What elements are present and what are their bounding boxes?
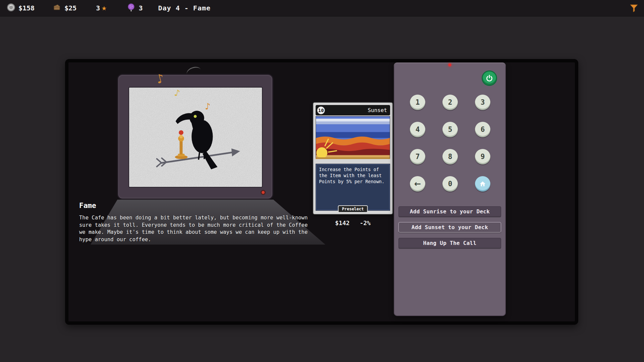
game-screen: $158 $25 3 ★ xyxy=(0,0,644,362)
sunset-art xyxy=(316,116,390,157)
add-sunset-button[interactable]: Add Sunset to your Deck xyxy=(398,222,501,232)
remote-control: 1 2 3 4 5 6 7 8 9 ← 0 Add Sunrise to you… xyxy=(394,62,506,316)
event-description: The Cafe has been doing a bit better lat… xyxy=(79,214,314,244)
key-5[interactable]: 5 xyxy=(442,122,458,137)
renown-count: 3 xyxy=(139,4,143,12)
card-art xyxy=(316,116,390,159)
tv: ♪ xyxy=(117,74,273,200)
materials-value: $25 xyxy=(64,4,76,12)
tv-illustration: ♪ xyxy=(129,88,262,187)
card-name: Sunset xyxy=(368,107,387,113)
card-header: 10 Sunset xyxy=(316,105,390,115)
day-label: Day 4 - Fame xyxy=(158,4,211,12)
home-icon xyxy=(479,180,486,188)
key-9[interactable]: 9 xyxy=(475,149,490,164)
key-1[interactable]: 1 xyxy=(410,95,425,110)
star-icon: ★ xyxy=(101,5,107,12)
key-6[interactable]: 6 xyxy=(475,122,490,137)
keypad: 1 2 3 4 5 6 7 8 9 ← 0 xyxy=(410,95,490,192)
svg-text:♪: ♪ xyxy=(205,101,210,111)
preselect-badge: Preselect xyxy=(338,205,368,213)
key-3[interactable]: 3 xyxy=(475,95,490,110)
materials-stat: $25 xyxy=(53,3,76,13)
power-button[interactable] xyxy=(482,70,497,86)
key-0[interactable]: 0 xyxy=(442,176,458,192)
topbar: $158 $25 3 ★ xyxy=(0,0,644,16)
funnel-icon[interactable] xyxy=(629,3,639,13)
star-stat: 3 ★ xyxy=(96,4,107,12)
key-2[interactable]: 2 xyxy=(442,95,458,110)
record-indicator-icon xyxy=(261,190,266,195)
add-sunrise-button[interactable]: Add Sunrise to your Deck xyxy=(398,206,501,217)
key-7[interactable]: 7 xyxy=(410,149,425,164)
hang-up-button[interactable]: Hang Up The Call xyxy=(398,238,501,248)
card-price: $142 xyxy=(335,219,350,226)
shop-card-sunset[interactable]: 10 Sunset Increase the Points of the Ite… xyxy=(313,102,393,215)
money-bag-icon xyxy=(53,3,61,13)
card-description: Increase the Points of the Item with the… xyxy=(316,164,390,211)
tv-screen: ♪ xyxy=(128,87,263,188)
card-price-row: $142 -2% xyxy=(313,219,393,226)
renown-stat: 3 xyxy=(127,3,143,13)
card-cost-badge: 10 xyxy=(317,106,325,114)
card-price-change: -2% xyxy=(360,219,371,226)
coin-icon xyxy=(7,3,15,13)
event-title: Fame xyxy=(79,202,96,210)
remote-led-icon xyxy=(448,63,451,66)
key-8[interactable]: 8 xyxy=(442,149,458,164)
key-4[interactable]: 4 xyxy=(410,122,425,137)
back-button[interactable]: ← xyxy=(410,176,425,192)
money-value: $158 xyxy=(18,4,35,12)
star-count: 3 xyxy=(96,4,100,12)
renown-icon xyxy=(127,3,136,13)
money-stat: $158 xyxy=(7,3,35,13)
home-button[interactable] xyxy=(475,176,490,192)
power-icon xyxy=(485,74,493,82)
